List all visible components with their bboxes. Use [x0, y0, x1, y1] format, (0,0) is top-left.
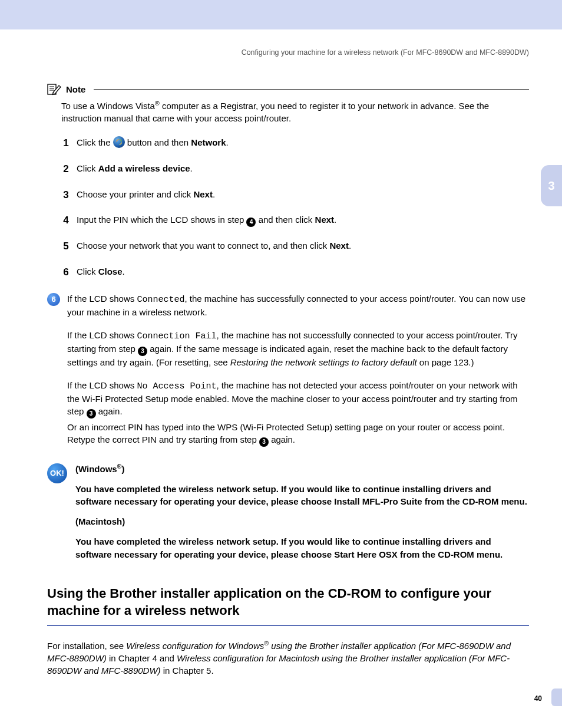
para-text: on page 123.) [417, 357, 474, 367]
step-text: . [226, 137, 228, 147]
ok-block: OK! (Windows®) You have completed the wi… [47, 462, 529, 568]
sub-step-6: 6 Click Close. [47, 265, 529, 279]
step-bold: Network [191, 137, 226, 147]
registered-mark: ® [155, 100, 160, 107]
step-ref-bullet-icon: 4 [246, 218, 256, 227]
step-text: . [190, 163, 193, 173]
page-body: Configuring your machine for a wireless … [0, 29, 562, 711]
step-number: 2 [47, 162, 77, 176]
paragraph-connection-fail: If the LCD shows Connection Fail, the ma… [67, 329, 529, 368]
step-bold: Next [193, 189, 213, 199]
ok-mac-text: You have completed the wireless network … [75, 535, 529, 561]
step-ref-bullet-icon: 3 [138, 347, 147, 356]
note-rule [94, 89, 529, 90]
step-bold: Close [98, 266, 123, 276]
note-pencil-icon [47, 83, 61, 95]
section-heading: Using the Brother installer application … [47, 585, 529, 619]
para-text: If the LCD shows [67, 330, 137, 340]
step-text: Choose your network that you want to con… [77, 241, 329, 251]
note-block: Note To use a Windows Vista® computer as… [47, 83, 529, 124]
lcd-code: No Access Point [137, 381, 216, 391]
lcd-code: Connection Fail [137, 331, 216, 341]
step-bold: Next [329, 241, 349, 251]
step-ref-bullet-icon: 3 [259, 437, 269, 447]
para-text: For installation, see [47, 641, 126, 651]
note-label: Note [66, 84, 85, 94]
para-text: again. [269, 434, 295, 444]
para-text: in Chapter 5. [161, 666, 214, 676]
main-step-6-body: If the LCD shows Connection Fail, the ma… [47, 329, 529, 447]
para-text: in Chapter 4 and [107, 653, 177, 663]
step-number: 4 [47, 213, 77, 228]
cross-ref: Wireless configuration for Windows [126, 641, 264, 651]
sub-step-1: 1 Click the button and then Network. [47, 136, 529, 150]
para-text: again. [96, 406, 123, 416]
sub-steps: 1 Click the button and then Network. 2 C… [47, 136, 529, 279]
blue-step-bullet-icon: 6 [47, 293, 60, 306]
step-text: . [213, 189, 215, 199]
step-number: 6 [47, 265, 77, 279]
ok-mac-label: (Macintosh) [75, 515, 529, 528]
paragraph-no-access-point: If the LCD shows No Access Point, the ma… [67, 379, 529, 419]
section-body: For installation, see Wireless configura… [47, 639, 529, 677]
main-step-6: 6 If the LCD shows Connected, the machin… [47, 292, 529, 318]
ok-badge-icon: OK! [47, 463, 67, 483]
step-text: Input the PIN which the LCD shows in ste… [77, 215, 246, 225]
chapter-tab: 3 [541, 165, 562, 206]
step-text: Choose your printer and click [77, 189, 193, 199]
page-number: 40 [534, 694, 542, 703]
para-text: If the LCD shows [67, 380, 137, 390]
sub-step-2: 2 Click Add a wireless device. [47, 162, 529, 176]
step-text: button and then [125, 137, 191, 147]
step-text: . [123, 266, 125, 276]
sub-step-5: 5 Choose your network that you want to c… [47, 239, 529, 253]
registered-mark: ® [264, 640, 269, 647]
top-bar [0, 0, 562, 29]
step-number: 3 [47, 188, 77, 202]
step-text: Click the [77, 137, 113, 147]
sub-step-3: 3 Choose your printer and click Next. [47, 188, 529, 202]
step-text: . [334, 215, 336, 225]
step-ref-bullet-icon: 3 [87, 409, 96, 419]
step-text: Click [77, 163, 98, 173]
lcd-code: Connected [137, 295, 184, 305]
step-number: 1 [47, 136, 77, 150]
ok-windows-text: You have completed the wireless network … [75, 483, 529, 509]
footer-tab [551, 689, 562, 706]
step-text: and then click [256, 215, 315, 225]
windows-start-orb-icon [113, 136, 125, 148]
running-header: Configuring your machine for a wireless … [47, 48, 529, 57]
step-text: . [349, 241, 351, 251]
section-rule [47, 625, 529, 626]
note-body: To use a Windows Vista® computer as a Re… [47, 95, 529, 124]
step-bold: Add a wireless device [98, 163, 190, 173]
step-text: Click [77, 266, 98, 276]
ok-windows-label: (Windows®) [75, 462, 529, 476]
step-bold: Next [315, 215, 335, 225]
cross-ref: Restoring the network settings to factor… [230, 357, 417, 367]
sub-step-4: 4 Input the PIN which the LCD shows in s… [47, 213, 529, 228]
paragraph-incorrect-pin: Or an incorrect PIN has typed into the W… [67, 421, 529, 447]
para-text: If the LCD shows [67, 294, 137, 304]
note-text-pre: To use a Windows Vista [61, 101, 155, 111]
step-number: 5 [47, 239, 77, 253]
